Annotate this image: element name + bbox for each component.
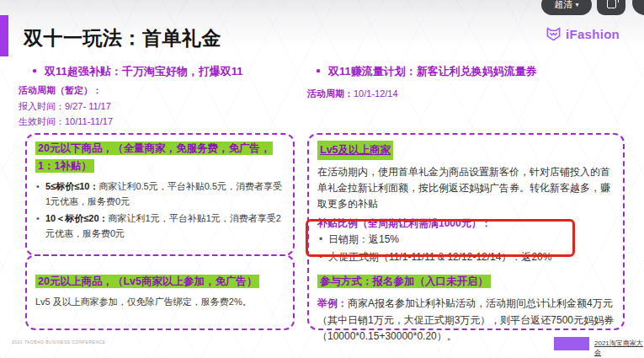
- screenshot-icon: [607, 0, 616, 8]
- right-period-value: 10/1-12/14: [354, 88, 398, 99]
- over20-detail: Lv5 及以上商家参加，仅免除广告绑定，服务费2%。: [35, 296, 285, 308]
- bullet-dot-icon: •: [319, 249, 322, 266]
- example-text: 商家A报名参加让利补贴活动，活动期间总计让利金额4万元（其中日销1万元，大促正式…: [317, 297, 614, 342]
- video-quality-label: 超清: [554, 0, 572, 11]
- ifashion-logo-text: iFashion: [566, 27, 620, 41]
- bullet-dot-icon: ●: [316, 64, 321, 77]
- title-accent-bar: [0, 15, 8, 56]
- right-rule-box: Lv5及以上商家 在活动期内，使用首单礼金为商品设置新客价，针对店铺投入的首单礼…: [307, 133, 625, 330]
- list-item: •5≤标价≤10：商家让利0.5元，平台补贴0.5元，消费者享受1元优惠，服务费…: [35, 179, 285, 209]
- footer-logo-block: [554, 337, 589, 350]
- over20-highlight: 20元以上商品，（Lv5商家以上参加，免广告）: [35, 275, 259, 288]
- under20-highlight: 20元以下商品，（全量商家，免服务费，免广告，1：1补贴）: [35, 142, 273, 173]
- join-method-highlight: 参与方式：报名参加（入口未开启）: [317, 275, 491, 288]
- ratio-daily: 日销期：返15%: [328, 233, 399, 245]
- ifashion-logo: iFashion: [546, 26, 620, 42]
- slide-canvas: 超清 ▾ 双十一玩法：首单礼金 iFashion ● 双11超强补贴：千万淘宝好…: [0, 0, 644, 358]
- list-item: •日销期：返15%: [317, 232, 615, 248]
- right-period-line: 活动周期：10/1-12/14: [307, 88, 398, 100]
- example-label: 举例：: [317, 297, 348, 309]
- left-rule-box-under20: 20元以下商品，（全量商家，免服务费，免广告，1：1补贴） •5≤标价≤10：商…: [25, 133, 295, 256]
- price-tier-label: 5≤标价≤10：: [45, 181, 98, 191]
- left-rule-box-over20: 20元以上商品，（Lv5商家以上参加，免广告） Lv5 及以上商家参加，仅免除广…: [25, 254, 295, 330]
- bullet-dot-icon: •: [36, 211, 40, 226]
- more-options-button[interactable]: [632, 0, 644, 15]
- join-method-line: 参与方式：报名参加（入口未开启）: [317, 273, 615, 291]
- right-section-heading: ● 双11赚流量计划：新客让利兑换妈妈流量券: [316, 64, 619, 79]
- right-period-label: 活动周期：: [307, 88, 354, 99]
- screenshot-button[interactable]: [597, 0, 625, 15]
- chevron-down-icon: ▾: [575, 1, 578, 8]
- left-period-label: 活动周期（暂定）：: [19, 84, 102, 97]
- conference-footer-text: 2021 TAOBAO BUSINESS CONFERENCE: [12, 339, 105, 345]
- ratio-promo: 大促正式期（11/1-11/11 & 12/12-12/14）：返20%: [328, 251, 551, 263]
- bullet-dot-icon: •: [36, 179, 40, 194]
- video-quality-button[interactable]: 超清 ▾: [541, 0, 592, 15]
- page-title: 双十一玩法：首单礼金: [24, 25, 221, 51]
- list-item: •10＜标价≤20：商家让利1元，平台补贴1元，消费者享受2元优惠，服务费0元: [35, 211, 285, 241]
- right-section-heading-text: 双11赚流量计划：新客让利兑换妈妈流量券: [328, 64, 537, 79]
- merchant-level-tag: Lv5及以上商家: [317, 141, 393, 160]
- left-report-time: 报入时间：9/27- 11/17: [19, 100, 111, 113]
- conference-name-text: 2021淘宝商家大会: [594, 339, 644, 357]
- left-section-heading-text: 双11超强补贴：千万淘宝好物，打爆双11: [45, 64, 243, 79]
- bullet-dot-icon: ●: [32, 64, 37, 77]
- bullet-dot-icon: •: [319, 232, 322, 248]
- list-item: •大促正式期（11/1-11/11 & 12/12-12/14）：返20%: [317, 249, 615, 266]
- left-section-heading: ● 双11超强补贴：千万淘宝好物，打爆双11: [32, 64, 297, 79]
- subsidy-ratio-label: 补贴比例（全周期让利需满1000元）：: [317, 216, 615, 231]
- program-description: 在活动期内，使用首单礼金为商品设置新客价，针对店铺投入的首单礼金拉新让利面额，按…: [317, 164, 615, 212]
- left-effective-time: 生效时间：10/11-11/17: [19, 115, 113, 128]
- under20-bullets: •5≤标价≤10：商家让利0.5元，平台补贴0.5元，消费者享受1元优惠，服务费…: [35, 179, 285, 241]
- ifashion-fox-icon: [546, 26, 562, 42]
- price-tier-label: 10＜标价≤20：: [45, 213, 109, 223]
